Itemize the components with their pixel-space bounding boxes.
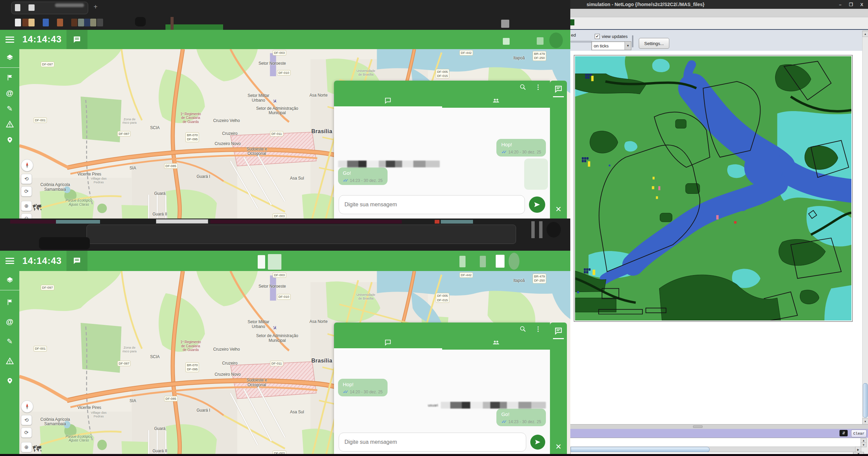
tab-messages[interactable]: [334, 335, 442, 350]
rotate-ccw-button[interactable]: ⟲: [21, 174, 32, 184]
flag-icon[interactable]: [0, 70, 19, 85]
message-timestamp: 14:23 - 30 dez. 25: [350, 178, 383, 183]
bookmark-favicon[interactable]: [57, 19, 63, 26]
clear-button[interactable]: Clear: [851, 430, 867, 437]
chat-lines-icon[interactable]: [554, 85, 563, 94]
bookmark-favicon[interactable]: [84, 19, 90, 26]
message-input[interactable]: [339, 195, 525, 214]
bookmark-favicon[interactable]: [28, 19, 35, 26]
road-badge: DF-001: [34, 346, 47, 351]
map-sidebar-window2: @ ✎: [0, 271, 19, 456]
at-circle-icon[interactable]: @: [0, 314, 19, 330]
scrollbar-thumb[interactable]: [571, 447, 710, 452]
redacted-message: [338, 161, 440, 167]
zoom-in-button[interactable]: ⊕: [21, 201, 32, 211]
bookmark-favicon[interactable]: [78, 19, 84, 26]
search-icon[interactable]: [519, 84, 526, 90]
view-updates-checkbox[interactable]: ✔ view updates: [595, 34, 628, 39]
send-button[interactable]: [529, 196, 545, 213]
scroll-up-button[interactable]: ▲: [861, 438, 867, 443]
compass-button[interactable]: [21, 159, 33, 171]
settings-button[interactable]: Settings...: [639, 38, 669, 49]
tab-contacts[interactable]: [442, 335, 550, 350]
close-chat-button[interactable]: ✕: [555, 205, 561, 214]
chat-lines-icon[interactable]: [554, 327, 563, 335]
scroll-down-button[interactable]: ▼: [862, 418, 868, 424]
menu-icon[interactable]: [5, 37, 14, 43]
place-pin-icon[interactable]: [0, 373, 19, 389]
tab-messages[interactable]: [334, 94, 442, 108]
warning-icon[interactable]: [0, 353, 19, 369]
world-view[interactable]: [575, 56, 851, 320]
draw-icon[interactable]: ✎: [0, 101, 19, 117]
extension-icon[interactable]: [501, 20, 509, 28]
place-pin-icon[interactable]: [0, 132, 19, 148]
chat-toggle-button[interactable]: [66, 251, 87, 271]
road-badge: DF-011: [270, 131, 283, 137]
menu-icon[interactable]: [5, 258, 14, 264]
bookmarks-bar[interactable]: [15, 18, 103, 27]
output-mini-scrollbar[interactable]: ▲ ▼: [861, 438, 867, 447]
chat-message-bubble: Hop!✓✓14:20 - 30 dez. 25: [496, 139, 546, 157]
overflow-menu-icon[interactable]: ⋮: [535, 83, 541, 91]
map-place-label: Itapoã: [513, 56, 525, 61]
layers-icon[interactable]: [0, 272, 19, 288]
maximize-button[interactable]: ❐: [849, 2, 853, 7]
map-place-label: Colônia Agrícola Samambaia: [40, 417, 70, 427]
map-place-label: 1º Regimento de Cavalaria de Guarda: [180, 112, 201, 124]
vertical-scrollbar[interactable]: ▲ ▼: [862, 30, 868, 425]
map-place-label: Guará: [154, 427, 165, 431]
netlogo-menustrip: [570, 9, 868, 17]
minimize-button[interactable]: –: [839, 2, 841, 7]
browser-tab[interactable]: [86, 225, 516, 244]
read-checkmarks-icon: ✓✓: [343, 389, 347, 394]
bookmark-favicon[interactable]: [97, 19, 103, 26]
bookmark-favicon[interactable]: [71, 19, 77, 26]
search-icon[interactable]: [519, 326, 526, 332]
map-place-label: SIA: [130, 399, 136, 403]
send-button[interactable]: [530, 435, 545, 450]
bookmark-favicon[interactable]: [22, 19, 28, 26]
map-place-label: Village das Pedras: [91, 411, 106, 418]
scroll-down-button[interactable]: ▼: [861, 442, 867, 447]
rotate-cw-button[interactable]: ⟳: [21, 428, 32, 438]
overflow-menu-icon[interactable]: ⋮: [535, 325, 541, 333]
message-input[interactable]: [339, 433, 526, 452]
road-badge: BR-070 DF-095: [185, 132, 199, 142]
map-place-label: Parque Ecológico Águas Claras: [65, 199, 92, 206]
map-place-label: Cruzeiro Velho: [213, 347, 240, 352]
rotate-cw-button[interactable]: ⟳: [21, 186, 32, 196]
rotate-ccw-button[interactable]: ⟲: [21, 415, 32, 425]
layers-icon[interactable]: [0, 50, 19, 65]
netlogo-titlebar[interactable]: simulation - NetLogo {/home/s2c2/S2C2/./…: [570, 0, 868, 9]
bookmark-favicon[interactable]: [90, 19, 96, 26]
tab-contacts[interactable]: [442, 94, 550, 108]
close-chat-button[interactable]: ✕: [555, 442, 561, 451]
chat-toggle-button[interactable]: [66, 30, 87, 49]
close-button[interactable]: X: [860, 2, 863, 7]
bookmark-favicon[interactable]: [43, 19, 49, 26]
command-output[interactable]: [570, 438, 861, 447]
scrollbar-thumb[interactable]: [863, 383, 868, 418]
road-badge: DF-442: [459, 272, 473, 278]
bookmark-favicon[interactable]: [15, 19, 21, 26]
resize-command-center-button[interactable]: ⇵: [840, 430, 848, 436]
chat-message-list[interactable]: Hop!✓✓14:20 - 30 dez. 25usuariGo!✓✓14:23…: [334, 350, 550, 428]
flag-icon[interactable]: [0, 294, 19, 310]
at-circle-icon[interactable]: @: [0, 85, 19, 101]
map-place-label: Asa Sul: [290, 410, 304, 415]
speed-slider-track[interactable]: [570, 41, 592, 43]
draw-icon[interactable]: ✎: [0, 334, 19, 349]
map-place-label: Cruzeiro Novo: [215, 372, 241, 377]
chat-message-list[interactable]: Hop!✓✓14:20 - 30 dez. 25Go!✓✓14:23 - 30 …: [334, 108, 550, 191]
splitter-handle[interactable]: [693, 426, 703, 428]
warning-icon[interactable]: [0, 117, 19, 132]
scroll-up-button[interactable]: ▲: [862, 31, 868, 37]
world-view-frame[interactable]: [574, 55, 853, 322]
zoom-in-button[interactable]: ⊕: [21, 442, 32, 452]
compass-button[interactable]: [21, 400, 33, 413]
screen-bottom-edge: [0, 454, 868, 456]
update-mode-dropdown[interactable]: on ticks ▼: [591, 41, 631, 50]
chat-tabs: [334, 94, 550, 108]
new-tab-icon[interactable]: +: [94, 3, 98, 10]
